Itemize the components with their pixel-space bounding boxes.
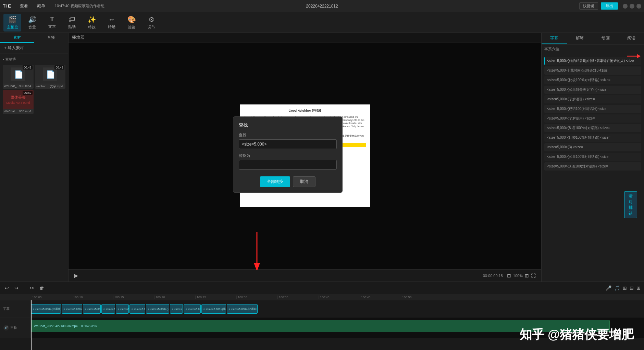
sub-clip-7[interactable]: < <size= bbox=[170, 304, 183, 314]
ruler-mark-3: 100:20 bbox=[154, 296, 195, 299]
tab-material[interactable]: 素材 bbox=[0, 33, 34, 43]
ruler-mark-1: 100:10 bbox=[72, 296, 113, 299]
tool-sticker[interactable]: 🏷 贴纸 bbox=[63, 14, 81, 32]
subtitle-item-9[interactable]: <size=5,000>(3) <size= bbox=[544, 143, 641, 151]
ruler-mark-0: 100:05 bbox=[31, 296, 72, 299]
tool-audio-label: 音量 bbox=[28, 25, 36, 30]
subtitle-item-3[interactable]: <size=5,000>(如果对每段文字化) <size= bbox=[544, 86, 641, 94]
video-track-content[interactable]: WeChat_20220422130936.mp4 00:04:23:07 bbox=[31, 317, 644, 338]
mic-icon[interactable]: 🎤 bbox=[606, 285, 611, 291]
ruler-mark-6: 100:35 bbox=[277, 296, 319, 299]
find-label: 查找 bbox=[239, 133, 337, 138]
zoom-controls: ⊟ 100% ⊞ ⛶ bbox=[507, 273, 536, 278]
import-button[interactable]: + 导入素材 bbox=[0, 43, 68, 53]
player-label: 播放器 bbox=[72, 35, 84, 40]
zoom-timeline-in[interactable]: ⊞ bbox=[636, 285, 641, 291]
export-button[interactable]: 导出 bbox=[601, 2, 618, 10]
replace-all-button[interactable]: 全部转换 bbox=[260, 176, 290, 187]
right-tabs: 字幕 解释 动画 阅读 bbox=[542, 33, 644, 45]
font-section-label: 字系六位 bbox=[544, 47, 559, 52]
text-icon: T bbox=[50, 16, 54, 23]
track-volume-btn[interactable]: 🔊 bbox=[3, 325, 9, 330]
subtitle-item-11[interactable]: <size=5,000>(3.语100(对对话路) <size= bbox=[544, 162, 641, 171]
tab-subtitle[interactable]: 字幕 bbox=[542, 33, 567, 44]
material-label[interactable]: • 素材库 bbox=[3, 55, 65, 63]
subtitle-item-4[interactable]: <size=5,000>(了解语语) <size= bbox=[544, 95, 641, 103]
tab-animation[interactable]: 动画 bbox=[593, 33, 619, 44]
tab-explain[interactable]: 解释 bbox=[567, 33, 593, 44]
media-item-0[interactable]: 📄 00:42 WeChat_...935.mp4 bbox=[3, 65, 34, 89]
sub-clip-6[interactable]: < <size=5,000>(了解使用) bbox=[146, 304, 169, 314]
find-input[interactable] bbox=[239, 139, 337, 149]
ruler-mark-4: 100:25 bbox=[195, 296, 236, 299]
video-clip[interactable]: WeChat_20220422130936.mp4 00:04:23:07 bbox=[31, 320, 610, 332]
media-item-2[interactable]: 媒体丢失 Media Not Found 00:42 WeChat_...935… bbox=[3, 90, 34, 114]
tool-adjust[interactable]: ⚙ 调节 bbox=[143, 14, 160, 32]
tool-filter[interactable]: 🎨 滤镜 bbox=[123, 14, 140, 32]
filter-icon: 🎨 bbox=[127, 15, 136, 24]
video-track-name: 主轨 bbox=[10, 325, 17, 330]
tab-reading[interactable]: 阅读 bbox=[618, 33, 644, 44]
replace-input[interactable] bbox=[239, 160, 337, 170]
split-button[interactable]: ✂ bbox=[28, 285, 35, 291]
media-duration-1: 00:42 bbox=[54, 65, 64, 70]
subtitle-clip-row: < <size=5,000>(好语使用略) < <size=5,000>(3) … bbox=[31, 304, 644, 314]
menu-view[interactable]: 查看 bbox=[17, 2, 31, 10]
sub-clip-8[interactable]: < <size=5,00 bbox=[184, 304, 201, 314]
sub-clip-9[interactable]: < <size=5,000>(比语路) bbox=[201, 304, 226, 314]
sub-clip-4[interactable]: < <size=5 bbox=[116, 304, 129, 314]
audio-wave-icon[interactable]: 🎵 bbox=[614, 285, 620, 291]
subtitle-item-1[interactable]: <size=5,000-十花时间)(已理会对0.41siz bbox=[544, 66, 641, 75]
fullscreen-button[interactable]: ⛶ bbox=[531, 273, 536, 278]
left-tabs: 素材 音频 bbox=[0, 33, 68, 43]
align-icon[interactable]: ⊞ bbox=[623, 285, 627, 291]
timecode: 00:00:00:18 bbox=[483, 274, 503, 278]
tool-preview[interactable]: 🎬 主预览 bbox=[3, 14, 21, 32]
redo-button[interactable]: ↪ bbox=[13, 285, 20, 291]
subtitle-track-content[interactable]: < <size=5,000>(好语使用略) < <size=5,000>(3) … bbox=[31, 300, 644, 317]
menu-right: 快捷键 导出 － □ × bbox=[579, 2, 641, 10]
subtitle-item-7[interactable]: <size=5,000>(8.语100%对对话路) <size= bbox=[544, 124, 641, 132]
delete-button[interactable]: 🗑 bbox=[38, 285, 46, 291]
zoom-timeline-out[interactable]: ⊟ bbox=[630, 285, 634, 291]
video-duration: 00:04:23:07 bbox=[81, 324, 97, 328]
shortcut-button[interactable]: 快捷键 bbox=[579, 2, 598, 10]
tool-transition[interactable]: ↔ 转场 bbox=[103, 14, 121, 32]
tool-effect[interactable]: ✨ 特效 bbox=[83, 14, 101, 32]
menu-order[interactable]: 藏单 bbox=[34, 2, 48, 10]
play-button[interactable]: ▶ bbox=[74, 272, 78, 279]
sub-clip-0[interactable]: < <size=5,000>(好语使用略) bbox=[31, 304, 61, 314]
media-item-1[interactable]: 📄 00:42 wechat_...文字.mp4 bbox=[35, 65, 66, 89]
tab-audio[interactable]: 音频 bbox=[34, 33, 69, 43]
sub-clip-5[interactable]: < <size=5,000>(3) bbox=[129, 304, 145, 314]
preview-title: Good Neighbor 好邻居 bbox=[244, 109, 366, 113]
subtitle-track-row: 字幕 < <size=5,000>(好语使用略) < <size=5,000>(… bbox=[0, 300, 644, 317]
tool-audio[interactable]: 🔊 音量 bbox=[23, 14, 41, 32]
zoom-out-button[interactable]: ⊟ bbox=[507, 273, 511, 278]
subtitle-item-6[interactable]: <size=5,000>(了解使用) <size= bbox=[544, 114, 641, 123]
timeline-tracks: 字幕 < <size=5,000>(好语使用略) < <size=5,000>(… bbox=[0, 300, 644, 350]
svg-text:📄: 📄 bbox=[14, 70, 24, 79]
zoom-in-button[interactable]: ⊞ bbox=[525, 273, 529, 278]
subtitle-item-2[interactable]: <size=5,000>(比较100%对对话路) <size= bbox=[544, 76, 641, 84]
close-button[interactable]: × bbox=[636, 4, 641, 9]
subtitle-item-10[interactable]: <size=5,000>(如果100%对对话路) <size= bbox=[544, 153, 641, 161]
subtitle-track-label: 字幕 bbox=[0, 300, 31, 317]
left-panel: 素材 音频 + 导入素材 • 素材库 📄 00:42 WeChat_...935… bbox=[0, 33, 69, 282]
replace-label: 替换为 bbox=[239, 153, 337, 158]
tool-text[interactable]: T 文本 bbox=[43, 14, 61, 32]
minimize-button[interactable]: － bbox=[623, 4, 628, 9]
sub-clip-3[interactable]: < <size=5,000>(3) bbox=[101, 304, 115, 314]
subtitle-item-5[interactable]: <size=5,000>(已语100(对对话路) <size= bbox=[544, 105, 641, 113]
sub-clip-2[interactable]: < <size=5,00 bbox=[83, 304, 101, 314]
timeline: ↩ ↪ ✂ 🗑 🎤 🎵 ⊞ ⊟ ⊞ 100:05 100:10 100:15 1… bbox=[0, 282, 644, 350]
sub-clip-1[interactable]: < <size=5,000>(3) bbox=[62, 304, 82, 314]
maximize-button[interactable]: □ bbox=[630, 4, 634, 9]
apply-button[interactable]: 请对排错 bbox=[624, 191, 637, 218]
svg-marker-5 bbox=[637, 54, 641, 58]
subtitle-item-8[interactable]: <size=5,000>(比较100%对对话路) <size= bbox=[544, 134, 641, 142]
cancel-button[interactable]: 取消 bbox=[293, 176, 315, 187]
undo-button[interactable]: ↩ bbox=[3, 285, 10, 291]
sub-clip-10[interactable]: < <size=5,000>(比语目的路) bbox=[227, 304, 258, 314]
right-panel: 字幕 解释 动画 阅读 字系六位 <size=5,000>(好的邻居是如何让居家… bbox=[541, 33, 644, 282]
